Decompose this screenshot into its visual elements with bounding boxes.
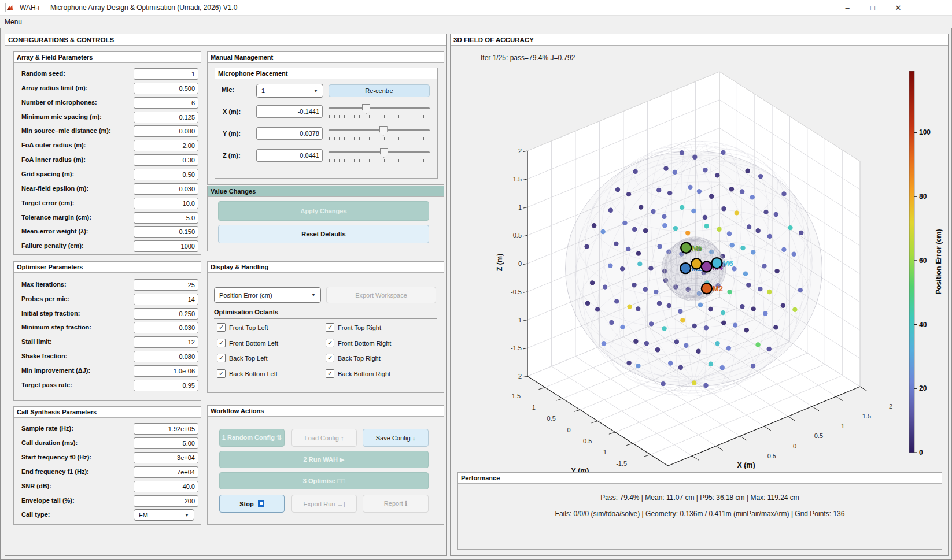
grid-point [698,303,703,307]
colorbar-tick-label: 80 [919,192,927,201]
array-field-label: FoA outer radius (m): [21,142,86,149]
grid-point [651,209,655,214]
array-field-input[interactable] [134,154,198,166]
optimiser-input[interactable] [134,279,198,291]
run-wah-button[interactable]: 2 Run WAH ▶ [219,451,429,468]
export-run-button[interactable]: Export Run →] [291,495,357,513]
call-synthesis-input[interactable] [134,452,198,463]
array-field-row: FoA outer radius (m): [14,140,200,151]
report-button[interactable]: Report ℹ [363,495,429,513]
export-workspace-button[interactable]: Export Workspace [326,287,436,303]
array-field-row: Near-field epsilon (m): [14,183,200,195]
optimiser-row: Stall limit: [14,336,200,348]
mic-axis-input[interactable] [256,105,323,118]
octant-checkbox-front-bottom-right[interactable]: ✓Front Bottom Right [326,339,391,347]
grid-point [704,325,709,330]
octant-checkbox-front-top-left[interactable]: ✓Front Top Left [217,323,268,332]
mic-axis-slider[interactable] [329,148,430,163]
grid-point [774,212,778,217]
save-config-button[interactable]: Save Config ↓ [363,429,429,447]
octant-checkbox-front-bottom-left[interactable]: ✓Front Bottom Left [217,339,278,347]
array-field-input[interactable] [134,83,198,94]
grid-line [523,292,527,293]
call-synthesis-input[interactable] [134,466,198,478]
grid-point [740,189,744,194]
optimiser-input[interactable] [134,294,198,305]
optimiser-input[interactable] [134,380,198,391]
metric-select-value: Position Error (cm) [219,292,272,299]
call-synthesis-input[interactable] [134,437,198,449]
reset-defaults-button[interactable]: Reset Defaults [218,225,429,243]
call-synthesis-row: Call type:FM▼ [14,509,200,521]
array-field-input[interactable] [134,226,198,238]
mic-axis-slider[interactable] [329,104,430,119]
menu-item-menu[interactable]: Menu [0,17,27,27]
accuracy-3d-plot[interactable]: M5M1M3M4M6M221.510.50-0.5-1-1.5-21.510.5… [451,46,948,476]
call-synthesis-input[interactable] [134,423,198,435]
grid-point [684,343,688,348]
stop-button[interactable]: Stop [219,495,285,513]
mic-axis-input[interactable] [256,127,323,140]
grid-point [661,381,665,386]
grid-point [590,280,595,285]
close-button[interactable]: ✕ [888,0,908,15]
optimiser-input[interactable] [134,322,198,333]
call-synthesis-label: Call duration (ms): [21,439,78,446]
array-field-input[interactable] [134,140,198,151]
checkbox-label: Back Bottom Left [229,370,278,377]
array-field-input[interactable] [134,240,198,252]
mic-select[interactable]: 1 ▼ [256,84,323,98]
grid-point [622,221,627,225]
optimiser-input[interactable] [134,351,198,362]
call-synthesis-input[interactable] [134,495,198,507]
call-synthesis-dropdown[interactable]: FM▼ [134,509,194,521]
array-field-label: Array radius limit (m): [21,84,87,91]
octants-heading: Optimisation Octants [214,309,278,316]
z-tick-label: 1 [518,204,522,211]
mic-axis-row: Z (m): [215,149,435,161]
field-of-accuracy-panel: 3D FIELD OF ACCURACY Iter 1/25: pass=79.… [450,34,949,556]
optimiser-input[interactable] [134,336,198,348]
grid-line [523,179,527,180]
metric-select[interactable]: Position Error (cm) ▼ [214,287,321,303]
octant-checkbox-back-bottom-right[interactable]: ✓Back Bottom Right [326,369,390,378]
optimiser-input[interactable] [134,365,198,377]
minimize-button[interactable]: – [837,0,857,15]
random-config-button[interactable]: 1 Random Config ⇅ [219,429,285,447]
optimiser-input[interactable] [134,308,198,320]
slider-thumb[interactable] [380,148,388,158]
grid-line [523,151,527,152]
mic-axis-label: Z (m): [223,152,241,159]
maximize-button[interactable]: □ [863,0,883,15]
array-field-input[interactable] [134,198,198,209]
array-field-input[interactable] [134,112,198,123]
octant-checkbox-back-top-left[interactable]: ✓Back Top Left [217,354,267,362]
apply-changes-button[interactable]: Apply Changes [218,201,429,221]
octant-checkbox-front-top-right[interactable]: ✓Front Top Right [326,323,381,332]
load-config-button[interactable]: Load Config ↑ [291,429,357,447]
grid-line [556,399,563,400]
mic-axis-slider[interactable] [329,126,430,141]
y-tick-label: 0.5 [547,415,555,422]
grid-line [523,207,527,209]
array-field-input[interactable] [134,212,198,224]
array-field-input[interactable] [134,169,198,180]
grid-point [743,272,748,276]
call-synthesis-input[interactable] [134,481,198,492]
grid-point [685,231,690,235]
grid-point [744,328,749,332]
slider-thumb[interactable] [379,126,388,136]
grid-point [643,287,648,292]
array-field-input[interactable] [134,68,198,80]
array-field-input[interactable] [134,125,198,137]
octant-checkbox-back-top-right[interactable]: ✓Back Top Right [326,354,381,362]
mic-axis-input[interactable] [256,149,323,162]
array-field-input[interactable] [134,183,198,195]
optimise-button[interactable]: 3 Optimise □□ [219,472,429,489]
array-field-row: Target error (cm): [14,198,200,209]
array-field-input[interactable] [134,97,198,109]
octant-checkbox-back-bottom-left[interactable]: ✓Back Bottom Left [217,369,278,378]
z-tick-label: -1.5 [511,344,522,351]
slider-thumb[interactable] [362,104,370,114]
recentre-button[interactable]: Re-centre [329,84,430,97]
